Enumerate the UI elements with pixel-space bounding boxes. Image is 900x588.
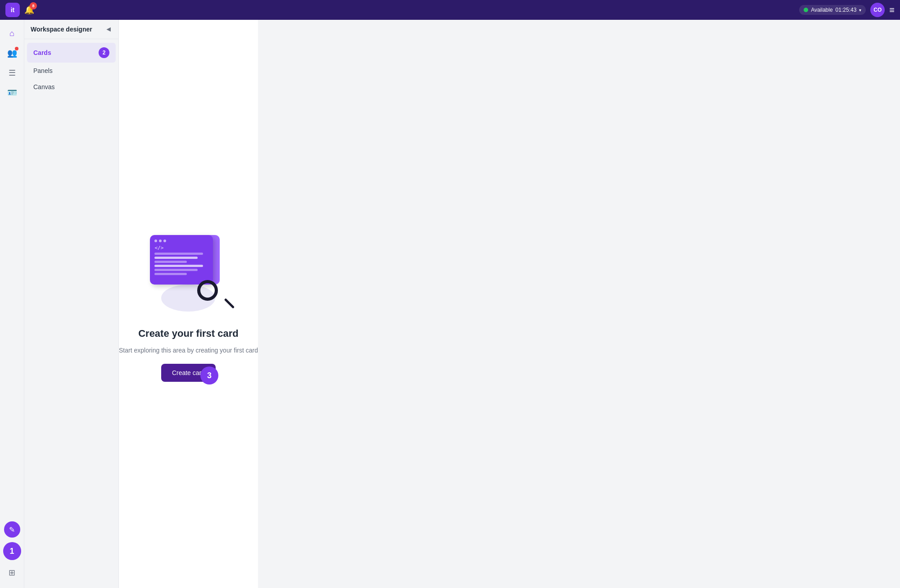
create-button-wrapper: Create card 3 (161, 361, 216, 382)
status-dot (804, 8, 808, 12)
dot-3 (163, 240, 166, 242)
dot-2 (159, 240, 162, 242)
magnifier-circle (197, 280, 218, 301)
code-card: </> (150, 235, 213, 285)
grid-icon: ⊞ (9, 568, 15, 578)
sidebar-nav: Cards 2 Panels Canvas (24, 39, 118, 99)
sidebar-item-id[interactable]: 🪪 (4, 85, 20, 101)
second-sidebar: Workspace designer ◄ Cards 2 Panels Canv… (24, 20, 119, 588)
sidebar-nav-label-canvas: Canvas (33, 83, 54, 90)
dot-1 (154, 240, 157, 242)
id-card-icon: 🪪 (7, 88, 17, 98)
avatar[interactable]: CO (870, 3, 885, 17)
cards-nav-badge: 2 (99, 47, 109, 58)
sidebar-nav-label-cards: Cards (33, 49, 51, 56)
sidebar-item-people[interactable]: 👥 (4, 45, 20, 61)
status-indicator[interactable]: Available 01:25:43 ▾ (799, 5, 866, 15)
step-badge-1: 1 (3, 542, 21, 560)
sidebar-nav-label-panels: Panels (33, 67, 53, 74)
sidebar-item-list[interactable]: ☰ (4, 65, 20, 81)
edit-icon: ✎ (9, 525, 15, 534)
list-icon: ☰ (9, 68, 16, 78)
code-line-6 (154, 273, 187, 275)
icon-sidebar: ⌂ 👥 ☰ 🪪 ✎ 1 ⊞ (0, 20, 24, 588)
empty-state: </> Create your first card Start explori… (119, 226, 258, 382)
sidebar-item-grid[interactable]: ⊞ (4, 565, 20, 581)
status-label: Available (811, 7, 832, 13)
main-content: </> Create your first card Start explori… (119, 20, 258, 588)
sidebar-item-home[interactable]: ⌂ (4, 25, 20, 41)
status-time: 01:25:43 (836, 7, 857, 13)
magnifier-handle (224, 298, 235, 308)
hamburger-menu-icon[interactable]: ≡ (889, 5, 895, 15)
icon-sidebar-bottom: ✎ 1 ⊞ (3, 521, 21, 581)
sidebar-header: Workspace designer ◄ (24, 25, 118, 39)
notification-badge: 8 (30, 2, 37, 9)
empty-title: Create your first card (138, 328, 239, 339)
code-tag: </> (154, 245, 208, 251)
edit-button[interactable]: ✎ (4, 521, 20, 538)
people-red-dot (15, 47, 18, 50)
sidebar-nav-item-cards[interactable]: Cards 2 (27, 43, 116, 63)
chevron-down-icon: ▾ (859, 8, 861, 13)
empty-subtitle: Start exploring this area by creating yo… (119, 347, 258, 354)
notifications-bell[interactable]: 🔔 8 (24, 5, 34, 15)
home-icon: ⌂ (9, 29, 14, 38)
sidebar-nav-item-canvas[interactable]: Canvas (27, 79, 116, 95)
layout: ⌂ 👥 ☰ 🪪 ✎ 1 ⊞ (0, 20, 258, 588)
illustration: </> (143, 226, 233, 316)
collapse-button[interactable]: ◄ (105, 25, 112, 33)
app-logo[interactable]: it (5, 3, 20, 17)
magnifier-icon (197, 280, 229, 312)
topbar-right: Available 01:25:43 ▾ CO ≡ (799, 3, 895, 17)
code-line-4 (154, 265, 203, 267)
code-line-1 (154, 253, 203, 255)
step-badge-3: 3 (200, 366, 218, 384)
topbar: it 🔔 8 Available 01:25:43 ▾ CO ≡ (0, 0, 900, 20)
sidebar-nav-item-panels[interactable]: Panels (27, 63, 116, 79)
topbar-left: it 🔔 8 (5, 3, 34, 17)
card-dots (154, 240, 208, 242)
code-line-3 (154, 261, 187, 263)
sidebar-title: Workspace designer (31, 26, 92, 33)
code-line-5 (154, 269, 198, 271)
code-line-2 (154, 257, 198, 259)
